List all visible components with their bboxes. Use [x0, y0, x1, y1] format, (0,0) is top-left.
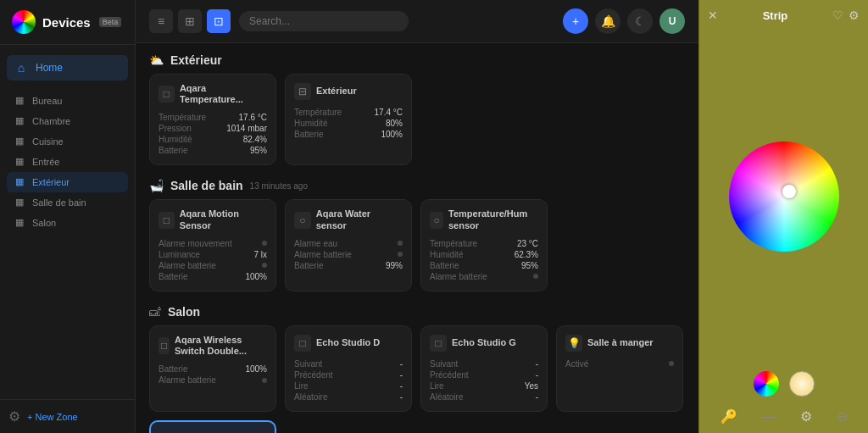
blocks-view-button[interactable]: ⊡ [207, 9, 231, 33]
strip-panel-close-button[interactable]: ✕ [708, 8, 718, 22]
remove-icon[interactable]: ⊖ [837, 408, 848, 425]
dark-mode-button[interactable]: ☾ [627, 8, 653, 34]
cuisine-icon: ▦ [14, 136, 25, 147]
content: ⛅ Extérieur □ Aqara Temperature... Tempé… [136, 43, 698, 433]
sidebar-item-salle-de-bain[interactable]: ▦ Salle de bain [7, 192, 128, 213]
card-header: □ Aqara Wireless Switch Double... [159, 335, 267, 357]
sidebar-nav: ⌂ Home ▦ Bureau ▦ Chambre ▦ Cuisine ▦ En… [0, 45, 135, 399]
sidebar-rooms: ▦ Bureau ▦ Chambre ▦ Cuisine ▦ Entrée ▦ … [0, 87, 135, 236]
label-pres: Pression [159, 124, 192, 133]
card-row: Alarme eau [294, 238, 403, 249]
exterieur-title: Extérieur [170, 53, 222, 67]
salon-icon: ▦ [14, 217, 25, 229]
device-card-motion-sensor[interactable]: □ Aqara Motion Sensor Alarme mouvement L… [149, 199, 276, 291]
device-card-temp-hum[interactable]: ○ Temperature/Hum sensor Température 23 … [420, 199, 548, 291]
strip-panel-heart-button[interactable]: ♡ [832, 8, 843, 22]
device-card-echo-g[interactable]: □ Echo Studio G Suivant - Précédent - Li… [420, 325, 548, 412]
device-card-salle-manger[interactable]: 💡 Salle à manger Activé [556, 325, 683, 412]
exterieur-section-icon: ⛅ [149, 53, 164, 67]
card-title: Salle à manger [587, 337, 654, 348]
notifications-button[interactable]: 🔔 [595, 8, 620, 34]
sdb-cards: □ Aqara Motion Sensor Alarme mouvement L… [149, 199, 685, 291]
sidebar-item-chambre[interactable]: ▦ Chambre [7, 111, 128, 131]
salle-de-bain-section: 🛁 Salle de bain 13 minutes ago □ Aqara M… [149, 179, 685, 291]
color-wheel[interactable] [729, 142, 839, 252]
new-zone-button[interactable]: + New Zone [27, 412, 78, 422]
list-view-button[interactable]: ≡ [149, 9, 173, 33]
device-card-strip[interactable]: ⋮⋮⋮ Strip Activé Intensité lumineu... 10… [149, 420, 276, 433]
entree-icon: ▦ [14, 156, 25, 168]
app-logo-icon [12, 10, 36, 34]
card-row: Précédent - [294, 369, 403, 380]
card-row: Activé [565, 358, 674, 369]
avatar[interactable]: U [659, 8, 685, 34]
sdb-section-icon: 🛁 [149, 179, 164, 192]
card-title: Echo Studio G [452, 337, 516, 348]
card-row: Batterie 99% [294, 260, 403, 271]
card-title: Aqara Wireless Switch Double... [175, 335, 267, 357]
sidebar-item-home-label: Home [36, 62, 63, 74]
card-row: Batterie 95% [159, 145, 267, 156]
card-row: Suivant - [294, 358, 403, 369]
app-badge: Beta [99, 17, 122, 27]
card-header: □ Aqara Motion Sensor [159, 208, 267, 230]
exterieur-section: ⛅ Extérieur □ Aqara Temperature... Tempé… [149, 53, 685, 165]
motion-sensor-icon: □ [159, 212, 175, 229]
nodes-icon[interactable]: ⚙ [800, 408, 812, 425]
card-header: □ Aqara Temperature... [159, 83, 267, 105]
card-row: Luminance 7 lx [159, 249, 267, 260]
minus-icon[interactable]: — [762, 409, 776, 425]
grid-view-button[interactable]: ⊞ [178, 9, 202, 33]
card-row: Batterie 100% [294, 129, 403, 140]
card-title: Aqara Water sensor [316, 208, 403, 230]
header-actions: + 🔔 ☾ U [563, 8, 685, 34]
value-temp: 17.6 °C [239, 113, 267, 122]
sidebar-item-exterieur[interactable]: ▦ Extérieur [7, 172, 128, 192]
home-icon: ⌂ [14, 61, 29, 75]
label-bat: Batterie [159, 146, 187, 155]
card-header: ⊟ Extérieur [294, 83, 403, 100]
sidebar-item-chambre-label: Chambre [32, 116, 70, 126]
card-row: Température 17.4 °C [294, 107, 403, 118]
salle-de-bain-header: 🛁 Salle de bain 13 minutes ago [149, 179, 685, 192]
card-row: Lire - [294, 380, 403, 391]
device-card-water-sensor[interactable]: ○ Aqara Water sensor Alarme eau Alarme b… [285, 199, 412, 291]
device-card-aqara-temperature[interactable]: □ Aqara Temperature... Température 17.6 … [149, 74, 276, 165]
device-card-echo-d[interactable]: □ Echo Studio D Suivant - Précédent - Li… [285, 325, 412, 412]
sidebar-item-cuisine[interactable]: ▦ Cuisine [7, 131, 128, 152]
value-bat: 95% [250, 146, 267, 155]
color-preset-rainbow[interactable] [754, 371, 779, 397]
dot-motion [262, 241, 267, 246]
card-row: Alarme batterie [294, 249, 403, 260]
color-preset-warm[interactable] [789, 371, 815, 397]
device-card-exterieur[interactable]: ⊟ Extérieur Température 17.4 °C Humidité… [285, 74, 412, 165]
sidebar-logo: Devices Beta [0, 0, 135, 45]
sidebar-item-home[interactable]: ⌂ Home [7, 55, 128, 80]
card-title: Aqara Motion Sensor [180, 208, 267, 230]
sidebar-item-salon[interactable]: ▦ Salon [7, 213, 128, 233]
dot-bat-water [398, 252, 403, 257]
card-row: Alarme mouvement [159, 238, 267, 249]
strip-panel-gear-button[interactable]: ⚙ [849, 8, 860, 22]
card-title: Echo Studio D [316, 337, 380, 348]
ext-sensor-icon: ⊟ [294, 83, 311, 100]
key-icon[interactable]: 🔑 [721, 408, 737, 425]
view-toggle: ≡ ⊞ ⊡ [149, 9, 231, 33]
salon-cards: □ Aqara Wireless Switch Double... Batter… [149, 325, 685, 433]
search-input[interactable] [239, 11, 409, 31]
strip-panel-header: ✕ Strip ♡ ⚙ [708, 8, 860, 22]
temp-sensor-icon: □ [159, 86, 175, 103]
settings-icon[interactable]: ⚙ [8, 408, 20, 425]
sidebar-bottom: ⚙ + New Zone [0, 399, 135, 433]
card-title: Extérieur [316, 86, 357, 97]
device-card-aqara-switch[interactable]: □ Aqara Wireless Switch Double... Batter… [149, 325, 276, 412]
add-button[interactable]: + [563, 8, 588, 34]
water-sensor-icon: ○ [294, 212, 311, 229]
card-header: ○ Temperature/Hum sensor [430, 208, 538, 230]
card-row: Humidité 62.3% [430, 249, 538, 260]
sidebar-item-entree[interactable]: ▦ Entrée [7, 152, 128, 172]
sidebar-item-bureau[interactable]: ▦ Bureau [7, 91, 128, 111]
dot-manger [669, 361, 674, 366]
card-row: Batterie 100% [159, 364, 267, 375]
chambre-icon: ▦ [14, 115, 25, 127]
